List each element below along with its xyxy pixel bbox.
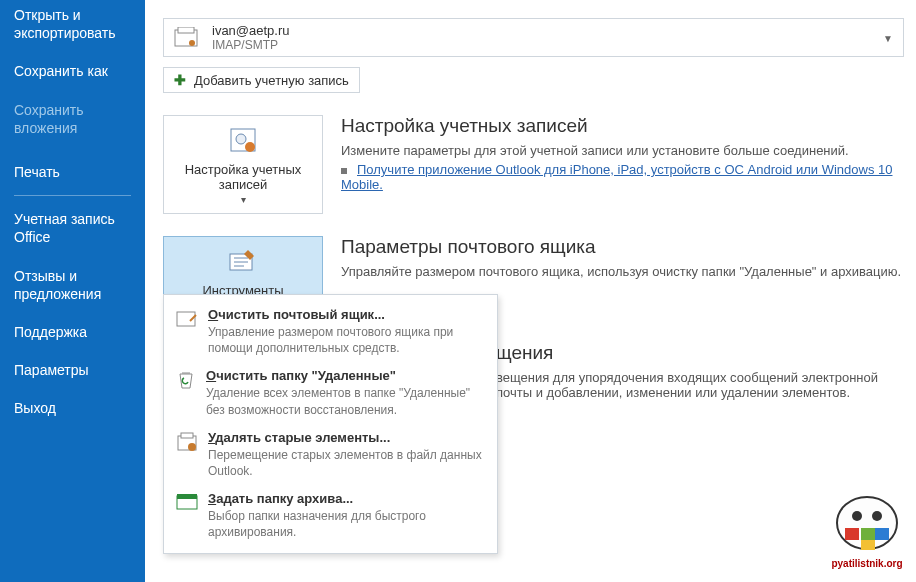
bullet-icon — [341, 168, 347, 174]
sidebar-item-support[interactable]: Поддержка — [0, 317, 145, 347]
svg-rect-12 — [177, 494, 197, 499]
svg-point-10 — [188, 443, 196, 451]
account-icon — [172, 24, 200, 52]
account-text: ivan@aetp.ru IMAP/SMTP — [212, 23, 290, 52]
menu-empty-deleted[interactable]: Очистить папку "Удаленные" Удаление всех… — [164, 362, 497, 423]
svg-point-4 — [236, 134, 246, 144]
svg-point-2 — [189, 40, 195, 46]
svg-point-5 — [245, 142, 255, 152]
archive-folder-icon — [176, 491, 198, 540]
backstage-sidebar: Открыть и экспортировать Сохранить как С… — [0, 0, 145, 582]
svg-rect-9 — [181, 433, 193, 438]
add-account-button[interactable]: ✚ Добавить учетную запись — [163, 67, 360, 93]
tile-label: Настройка учетных записей — [170, 162, 316, 192]
watermark: pyatilistnik.org — [822, 488, 912, 578]
chevron-down-icon[interactable]: ▼ — [883, 32, 893, 43]
sidebar-item-options[interactable]: Параметры — [0, 355, 145, 385]
archive-old-icon — [176, 430, 198, 479]
svg-rect-19 — [875, 528, 889, 540]
menu-text: Очистить почтовый ящик... Управление раз… — [208, 307, 485, 356]
caret-down-icon: ▾ — [241, 194, 246, 205]
section-desc-partial: вещения для упорядочения входящих сообще… — [496, 370, 904, 400]
sidebar-item-open-export[interactable]: Открыть и экспортировать — [0, 0, 145, 48]
menu-set-archive-folder[interactable]: Задать папку архива... Выбор папки назна… — [164, 485, 497, 546]
section-text: Параметры почтового ящика Управляйте раз… — [341, 236, 904, 283]
tile-account-settings[interactable]: Настройка учетных записей ▾ — [163, 115, 323, 214]
sidebar-item-office-account[interactable]: Учетная запись Office — [0, 204, 145, 252]
plus-icon: ✚ — [174, 72, 186, 88]
section-rules-partial: щения вещения для упорядочения входящих … — [496, 342, 904, 400]
empty-trash-icon — [176, 368, 196, 417]
account-selector[interactable]: ivan@aetp.ru IMAP/SMTP ▼ — [163, 18, 904, 57]
section-desc: Измените параметры для этой учетной запи… — [341, 143, 904, 158]
menu-text: Удалять старые элементы... Перемещение с… — [208, 430, 485, 479]
svg-rect-18 — [861, 528, 875, 540]
section-title: Настройка учетных записей — [341, 115, 904, 137]
get-outlook-app-link[interactable]: Получите приложение Outlook для iPhone, … — [341, 162, 892, 192]
sidebar-item-feedback[interactable]: Отзывы и предложения — [0, 261, 145, 309]
account-protocol: IMAP/SMTP — [212, 38, 290, 52]
tools-dropdown: Очистить почтовый ящик... Управление раз… — [163, 294, 498, 554]
svg-rect-17 — [845, 528, 859, 540]
menu-text: Очистить папку "Удаленные" Удаление всех… — [206, 368, 485, 417]
section-title: Параметры почтового ящика — [341, 236, 904, 258]
menu-remove-old[interactable]: Удалять старые элементы... Перемещение с… — [164, 424, 497, 485]
watermark-logo — [827, 488, 907, 558]
svg-point-15 — [872, 511, 882, 521]
add-account-label: Добавить учетную запись — [194, 73, 349, 88]
sidebar-item-save-as[interactable]: Сохранить как — [0, 56, 145, 86]
section-text: Настройка учетных записей Измените парам… — [341, 115, 904, 196]
section-desc: Управляйте размером почтового ящика, исп… — [341, 264, 904, 279]
sidebar-item-save-attachments: Сохранить вложения — [0, 95, 145, 143]
account-settings-icon — [228, 126, 258, 156]
sidebar-separator — [14, 195, 131, 196]
section-account-settings: Настройка учетных записей ▾ Настройка уч… — [163, 115, 904, 214]
menu-text: Задать папку архива... Выбор папки назна… — [208, 491, 485, 540]
sidebar-item-print[interactable]: Печать — [0, 157, 145, 187]
watermark-text: pyatilistnik.org — [822, 558, 912, 569]
svg-point-14 — [852, 511, 862, 521]
section-title-partial: щения — [496, 342, 904, 364]
sidebar-item-exit[interactable]: Выход — [0, 393, 145, 423]
tools-icon — [228, 247, 258, 277]
account-email: ivan@aetp.ru — [212, 23, 290, 38]
mailbox-clean-icon — [176, 307, 198, 356]
svg-rect-20 — [861, 540, 875, 550]
menu-clean-mailbox[interactable]: Очистить почтовый ящик... Управление раз… — [164, 301, 497, 362]
svg-rect-1 — [178, 27, 194, 33]
